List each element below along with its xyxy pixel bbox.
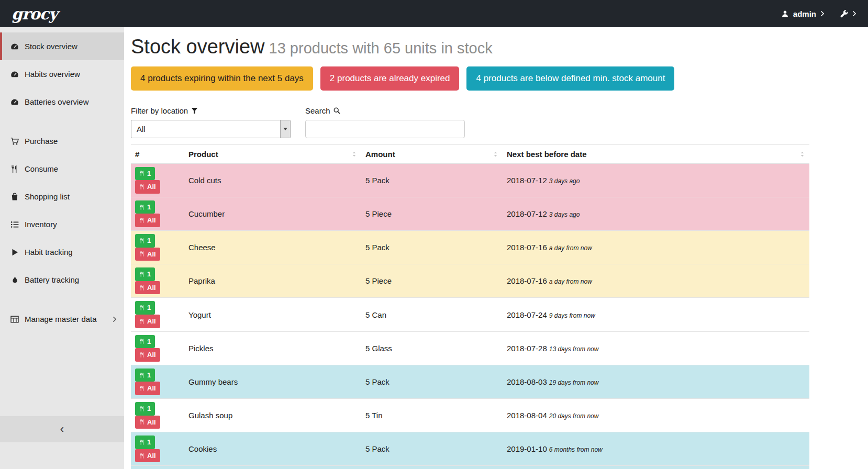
consume-all-button[interactable]: All [135,214,160,227]
page-title-text: Stock overview [131,36,265,58]
sidebar-item-label: Habits overview [25,70,80,79]
sidebar-collapse-button[interactable]: ‹ [0,416,124,442]
utensils-icon [139,352,145,358]
best-before-relative: 6 months from now [549,446,603,453]
row-actions-cell: 1All [131,163,184,197]
sidebar-item-batteries-overview[interactable]: Batteries overview [0,88,124,116]
product-amount: 5 Pack [361,163,503,197]
utensils-icon [139,305,145,311]
location-filter-select[interactable]: All [131,120,291,138]
sidebar: Stock overviewHabits overviewBatteries o… [0,27,124,469]
gauge-icon [10,42,19,51]
best-before-date-value: 2018-07-24 [507,310,547,319]
sidebar-item-label: Inventory [25,220,57,229]
best-before-date-value: 2018-07-12 [507,176,547,185]
consume-one-button[interactable]: 1 [135,301,155,315]
sidebar-item-habits-overview[interactable]: Habits overview [0,60,124,88]
column-header-product[interactable]: Product [184,144,361,163]
consume-all-button[interactable]: All [135,248,160,261]
column-header-best-before[interactable]: Next best before date [503,144,809,163]
best-before-date-value: 2018-07-28 [507,344,547,353]
consume-one-button[interactable]: 1 [135,167,155,181]
location-filter-group: Filter by location All [131,106,291,138]
select-dropdown-button[interactable] [280,120,290,138]
consume-one-button[interactable]: 1 [135,200,155,214]
sidebar-group-divider [0,294,124,305]
expiring-products-alert-button[interactable]: 4 products expiring within the next 5 da… [131,66,313,91]
best-before-date-value: 2018-08-04 [507,411,547,420]
best-before-date: 2018-07-123 days ago [503,197,809,230]
best-before-relative: 19 days from now [549,379,599,386]
best-before-relative: 9 days from now [549,312,595,319]
product-amount: 5 Can [361,298,503,331]
user-menu[interactable]: admin [781,9,825,18]
best-before-date: 2018-08-0319 days from now [503,365,809,398]
sidebar-item-shopping-list[interactable]: Shopping list [0,183,124,210]
row-actions-cell: 1All [131,432,184,466]
consume-one-button[interactable]: 1 [135,402,155,416]
below-min-stock-alert-button[interactable]: 4 products are below defined min. stock … [466,66,674,91]
settings-menu[interactable] [840,10,856,18]
product-name: Cheese [184,231,361,264]
row-actions-cell: 1All [131,331,184,365]
consume-one-button[interactable]: 1 [135,267,155,281]
sidebar-item-inventory[interactable]: Inventory [0,210,124,238]
user-name: admin [793,9,816,18]
sort-icon[interactable] [493,151,498,158]
search-input[interactable] [305,120,465,138]
consume-one-button[interactable]: 1 [135,234,155,248]
product-name: Cold cuts [184,163,361,197]
stock-row-cheese: 1AllCheese5 Pack2018-07-16a day from now [131,231,809,264]
product-name: Chocolate [184,466,361,469]
consume-all-button[interactable]: All [135,416,160,429]
best-before-date: 2019-01-106 months from now [503,432,809,466]
sidebar-group-divider [0,116,124,127]
search-group: Search [305,106,465,138]
consume-all-button[interactable]: All [135,449,160,463]
row-actions-cell: 1All [131,399,184,432]
row-actions-cell: 1All [131,197,184,230]
utensils-icon [10,165,19,173]
best-before-date: 2019-01-106 months from now [503,466,809,469]
sidebar-item-manage-master-data[interactable]: Manage master data [0,305,124,333]
sidebar-item-consume[interactable]: Consume [0,155,124,183]
expired-products-alert-button[interactable]: 2 products are already expired [320,66,460,91]
consume-all-button[interactable]: All [135,281,160,295]
row-actions-cell: 1All [131,264,184,298]
location-filter-value: All [137,125,146,133]
consume-one-button[interactable]: 1 [135,436,155,449]
app-logo[interactable]: grocy [12,5,58,23]
stock-table: # Product Amount Next best before date 1… [131,144,809,469]
consume-all-button[interactable]: All [135,348,160,362]
sidebar-item-label: Habit tracking [25,248,73,256]
utensils-icon [139,271,145,277]
page-title: Stock overview13 products with 65 units … [131,36,809,59]
best-before-relative: 20 days from now [549,412,599,420]
sort-icon[interactable] [351,151,357,158]
consume-one-button[interactable]: 1 [135,368,155,382]
sidebar-item-stock-overview[interactable]: Stock overview [0,32,124,60]
consume-all-button[interactable]: All [135,180,160,194]
sidebar-item-battery-tracking[interactable]: Battery tracking [0,266,124,294]
consume-one-button[interactable]: 1 [135,335,155,349]
search-label: Search [305,106,465,115]
product-amount: 5 Piece [361,197,503,230]
product-name: Yogurt [184,298,361,331]
row-actions-cell: 1All [131,365,184,398]
top-bar: grocy admin [0,0,868,27]
utensils-icon [139,439,145,445]
consume-all-button[interactable]: All [135,315,160,328]
sidebar-item-purchase[interactable]: Purchase [0,127,124,155]
best-before-relative: a day from now [549,244,592,252]
sort-icon[interactable] [799,151,805,158]
utensils-icon [139,453,145,459]
best-before-relative: 3 days ago [549,211,580,218]
utensils-icon [139,318,145,325]
utensils-icon [139,204,145,210]
utensils-icon [139,217,145,224]
stock-row-gummy-bears: 1AllGummy bears5 Pack2018-08-0319 days f… [131,365,809,398]
best-before-date-value: 2018-07-16 [507,243,547,252]
column-header-amount[interactable]: Amount [361,144,503,163]
consume-all-button[interactable]: All [135,382,160,395]
sidebar-item-habit-tracking[interactable]: Habit tracking [0,238,124,266]
